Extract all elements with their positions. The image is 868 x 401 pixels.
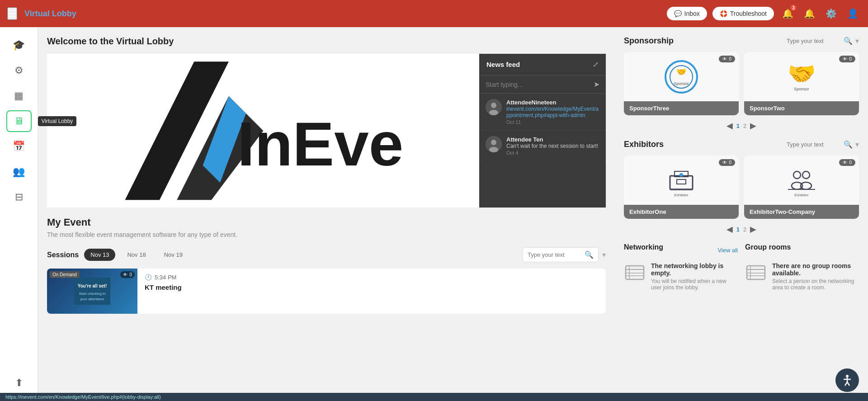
svg-point-28 (802, 171, 810, 179)
sessions-search-input[interactable] (528, 251, 582, 258)
news-items-list: AttendeeNineteen inevent.com/en/Knowledg… (479, 94, 606, 208)
sponsorship-grid: 👁 0 🤝 Sponsor SponsorThree 👁 0 (624, 52, 859, 115)
eye-icon: 👁 (722, 57, 727, 61)
troubleshoot-button[interactable]: 🛟 Troubleshoot (712, 7, 774, 20)
news-feed-panel: News feed ⤢ ➤ AttendeeNineteen (479, 54, 606, 208)
svg-point-7 (489, 110, 498, 115)
notification-badge: 3 (789, 4, 797, 12)
exhibitors-search-input[interactable] (787, 141, 841, 148)
exhibitors-page-2[interactable]: 2 (743, 226, 746, 233)
date-tab-nov18[interactable]: Nov 18 (121, 249, 152, 261)
exhibitors-header: Exhibitors 🔍 ▾ (624, 140, 859, 149)
prev-page-button[interactable]: ◀ (726, 121, 733, 131)
svg-line-47 (847, 382, 849, 386)
avatar (486, 99, 502, 115)
networking-item: The networking lobby is empty. You will … (624, 262, 738, 291)
news-feed-input[interactable] (486, 81, 590, 88)
news-item-date: Oct 11 (506, 119, 599, 125)
people-icon: 👥 (13, 166, 25, 178)
sidebar-item-grid[interactable]: ▦ (6, 85, 32, 107)
networking-empty-desc: You will be notified when a new user joi… (651, 278, 738, 291)
send-icon[interactable]: ➤ (594, 80, 599, 89)
event-description: The most flexible event management softw… (47, 231, 606, 238)
page-1[interactable]: 1 (736, 123, 740, 129)
exhibitors-prev-button[interactable]: ◀ (726, 224, 733, 234)
news-item-link[interactable]: inevent.com/en/Knowledge/MyEvent/appoint… (506, 106, 599, 118)
profile-button[interactable]: 👤 (844, 5, 861, 22)
eye-icon: 👁 (843, 160, 847, 165)
status-bar: https://inevent.com/en/Knowledge/MyEvent… (0, 393, 868, 401)
exhibitors-filter-icon[interactable]: ▾ (855, 140, 859, 149)
exhibitor-card[interactable]: 👁 0 Exhibitor ExhibitorOne (624, 156, 739, 219)
exhibitors-page-1[interactable]: 1 (736, 226, 740, 233)
networking-title: Networking (624, 243, 663, 251)
sessions-filter-button[interactable]: ▾ (602, 247, 606, 262)
sidebar-item-graduation[interactable]: 🎓 (6, 34, 32, 56)
bottom-sections: Networking View all The ne (624, 243, 859, 291)
exhibitor-name: ExhibitorTwo-Company (744, 205, 859, 219)
group-rooms-empty-title: There are no group rooms available. (772, 262, 859, 277)
news-feed-input-area: ➤ (479, 75, 606, 94)
date-tab-nov19[interactable]: Nov 19 (158, 249, 189, 261)
view-all-link[interactable]: View all (717, 247, 738, 254)
eye-icon: 👁 (123, 272, 127, 277)
session-time: 🕐 5:34 PM (145, 274, 599, 281)
eye-count: 0 (129, 272, 132, 277)
inbox-button[interactable]: 💬 Inbox (667, 7, 707, 20)
sidebar-item-share[interactable]: ⬆ (6, 372, 32, 394)
session-thumbnail: You're all set! Start checking in your a… (47, 269, 137, 314)
sponsor-card[interactable]: 👁 0 🤝 Sponsor SponsorThree (624, 52, 739, 115)
main-content: Welcome to the Virtual Lobby InEve (38, 27, 868, 401)
group-rooms-empty-sub: Select a person on the networking area t… (772, 278, 859, 291)
svg-rect-23 (677, 179, 686, 184)
exhibitors-search: 🔍 ▾ (787, 140, 859, 149)
search-icon[interactable]: 🔍 (585, 250, 594, 259)
sidebar-item-grid2[interactable]: ⊟ (6, 186, 32, 208)
svg-text:🤝: 🤝 (676, 67, 687, 77)
sidebar-item-settings-user[interactable]: ⚙ (6, 60, 32, 81)
troubleshoot-label: Troubleshoot (730, 10, 767, 17)
sidebar-item-calendar[interactable]: 📅 (6, 136, 32, 157)
header: ☰ Virtual Lobby 💬 Inbox 🛟 Troubleshoot 🔔… (0, 0, 868, 27)
news-item-msg: Can't wait for the next session to start… (506, 143, 599, 149)
exhibitors-search-icon[interactable]: 🔍 (844, 140, 853, 149)
monitor-icon: 🖥 (14, 115, 24, 127)
sponsor-card[interactable]: 👁 0 🤝 Sponsor SponsorTwo (744, 52, 859, 115)
right-panel: Sponsorship 🔍 ▾ 👁 0 🤝 Spo (615, 27, 868, 401)
grid-icon: ▦ (14, 90, 24, 102)
sponsorship-search-icon[interactable]: 🔍 (844, 37, 853, 45)
eye-icon: 👁 (722, 160, 727, 165)
news-item: AttendeeNineteen inevent.com/en/Knowledg… (479, 94, 606, 131)
gear-icon: ⚙️ (826, 8, 837, 19)
group-rooms-item: There are no group rooms available. Sele… (745, 262, 859, 291)
alerts-button[interactable]: 🔔 (801, 5, 817, 22)
svg-line-46 (845, 382, 847, 386)
next-page-button[interactable]: ▶ (750, 121, 756, 131)
exhibitors-next-button[interactable]: ▶ (750, 224, 756, 234)
app-title: Virtual Lobby (24, 9, 76, 19)
sponsorship-search-input[interactable] (787, 38, 841, 44)
settings-button[interactable]: ⚙️ (823, 5, 839, 22)
sidebar-item-people[interactable]: 👥 (6, 161, 32, 183)
notifications-button[interactable]: 🔔 3 (779, 5, 796, 22)
news-item-name: AttendeeNineteen (506, 99, 599, 106)
inbox-icon: 💬 (674, 10, 682, 17)
svg-text:Exhibitor: Exhibitor (674, 193, 688, 197)
exhibitor-card[interactable]: 👁 0 Exhibitor ExhibitorTwo-Company (744, 156, 859, 219)
sidebar-item-virtual-lobby[interactable]: 🖥 Virtual Lobby (6, 110, 32, 132)
avatar (486, 136, 502, 152)
accessibility-button[interactable] (835, 368, 859, 392)
sponsorship-filter-icon[interactable]: ▾ (855, 37, 859, 45)
svg-rect-33 (626, 266, 644, 279)
session-name: KT meeting (145, 283, 599, 291)
sessions-header: Sessions Nov 13 Nov 18 Nov 19 🔍 ▾ (47, 247, 606, 262)
expand-icon[interactable]: ⤢ (593, 60, 599, 69)
hamburger-menu[interactable]: ☰ (7, 7, 17, 20)
svg-text:Start checking in: Start checking in (79, 292, 105, 296)
eye-icon: 👁 (843, 57, 847, 61)
page-2[interactable]: 2 (743, 123, 746, 129)
news-feed-header: News feed ⤢ (479, 54, 606, 75)
date-tab-nov13[interactable]: Nov 13 (84, 249, 115, 261)
sponsorship-search: 🔍 ▾ (787, 37, 859, 45)
clock-icon: 🕐 (145, 274, 152, 281)
